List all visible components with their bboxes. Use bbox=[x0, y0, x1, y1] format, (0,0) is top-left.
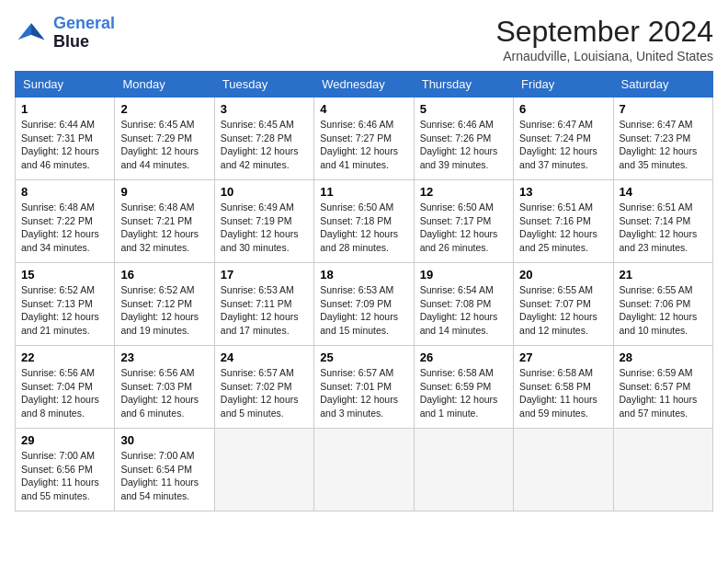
calendar-cell: 28Sunrise: 6:59 AM Sunset: 6:57 PM Dayli… bbox=[613, 346, 712, 429]
month-title: September 2024 bbox=[495, 15, 713, 49]
calendar-cell: 24Sunrise: 6:57 AM Sunset: 7:02 PM Dayli… bbox=[214, 346, 313, 429]
day-number: 25 bbox=[320, 350, 407, 364]
day-number: 3 bbox=[221, 102, 308, 116]
svg-marker-1 bbox=[31, 23, 44, 40]
day-number: 20 bbox=[519, 268, 607, 282]
weekday-header-friday: Friday bbox=[514, 72, 613, 98]
day-number: 13 bbox=[519, 185, 607, 199]
day-number: 5 bbox=[420, 102, 507, 116]
calendar-cell: 16Sunrise: 6:52 AM Sunset: 7:12 PM Dayli… bbox=[115, 263, 214, 346]
day-info: Sunrise: 6:49 AM Sunset: 7:19 PM Dayligh… bbox=[221, 201, 308, 255]
calendar-cell: 15Sunrise: 6:52 AM Sunset: 7:13 PM Dayli… bbox=[16, 263, 115, 346]
day-number: 2 bbox=[120, 102, 208, 116]
day-info: Sunrise: 6:56 AM Sunset: 7:03 PM Dayligh… bbox=[120, 366, 208, 420]
day-info: Sunrise: 6:52 AM Sunset: 7:12 PM Dayligh… bbox=[120, 283, 208, 338]
weekday-header-wednesday: Wednesday bbox=[314, 72, 414, 98]
calendar-cell: 22Sunrise: 6:56 AM Sunset: 7:04 PM Dayli… bbox=[16, 346, 115, 429]
day-number: 27 bbox=[519, 350, 607, 364]
day-number: 24 bbox=[221, 350, 308, 364]
day-number: 30 bbox=[120, 433, 208, 447]
calendar-cell bbox=[414, 429, 513, 511]
day-info: Sunrise: 6:57 AM Sunset: 7:01 PM Dayligh… bbox=[320, 366, 407, 420]
calendar-header: SundayMondayTuesdayWednesdayThursdayFrid… bbox=[16, 72, 713, 98]
day-info: Sunrise: 6:53 AM Sunset: 7:11 PM Dayligh… bbox=[221, 283, 308, 338]
calendar-cell: 4Sunrise: 6:46 AM Sunset: 7:27 PM Daylig… bbox=[314, 98, 414, 180]
day-info: Sunrise: 6:59 AM Sunset: 6:57 PM Dayligh… bbox=[620, 366, 707, 420]
calendar-cell: 26Sunrise: 6:58 AM Sunset: 6:59 PM Dayli… bbox=[414, 346, 513, 429]
calendar-cell bbox=[613, 429, 712, 511]
weekday-header-monday: Monday bbox=[115, 72, 214, 98]
logo-text: General Blue bbox=[53, 15, 115, 52]
day-number: 21 bbox=[620, 268, 707, 282]
day-number: 23 bbox=[120, 350, 208, 364]
calendar-week-2: 8Sunrise: 6:48 AM Sunset: 7:22 PM Daylig… bbox=[16, 180, 713, 263]
day-info: Sunrise: 6:45 AM Sunset: 7:29 PM Dayligh… bbox=[120, 118, 208, 172]
day-info: Sunrise: 6:47 AM Sunset: 7:23 PM Dayligh… bbox=[620, 118, 707, 172]
day-number: 28 bbox=[620, 350, 707, 364]
calendar-cell: 18Sunrise: 6:53 AM Sunset: 7:09 PM Dayli… bbox=[314, 263, 414, 346]
calendar-week-3: 15Sunrise: 6:52 AM Sunset: 7:13 PM Dayli… bbox=[16, 263, 713, 346]
calendar-cell: 6Sunrise: 6:47 AM Sunset: 7:24 PM Daylig… bbox=[514, 98, 613, 180]
calendar-cell: 21Sunrise: 6:55 AM Sunset: 7:06 PM Dayli… bbox=[613, 263, 712, 346]
day-number: 9 bbox=[120, 185, 208, 199]
calendar-cell: 30Sunrise: 7:00 AM Sunset: 6:54 PM Dayli… bbox=[115, 429, 214, 511]
day-number: 15 bbox=[21, 268, 108, 282]
day-number: 16 bbox=[120, 268, 208, 282]
day-info: Sunrise: 6:45 AM Sunset: 7:28 PM Dayligh… bbox=[221, 118, 308, 172]
day-info: Sunrise: 6:47 AM Sunset: 7:24 PM Dayligh… bbox=[519, 118, 607, 172]
calendar-cell: 9Sunrise: 6:48 AM Sunset: 7:21 PM Daylig… bbox=[115, 180, 214, 263]
day-info: Sunrise: 6:44 AM Sunset: 7:31 PM Dayligh… bbox=[21, 118, 108, 172]
calendar-cell: 11Sunrise: 6:50 AM Sunset: 7:18 PM Dayli… bbox=[314, 180, 414, 263]
day-number: 4 bbox=[320, 102, 407, 116]
day-number: 10 bbox=[221, 185, 308, 199]
calendar-table: SundayMondayTuesdayWednesdayThursdayFrid… bbox=[15, 71, 713, 511]
calendar-cell: 23Sunrise: 6:56 AM Sunset: 7:03 PM Dayli… bbox=[115, 346, 214, 429]
day-number: 29 bbox=[21, 433, 108, 447]
calendar-cell: 19Sunrise: 6:54 AM Sunset: 7:08 PM Dayli… bbox=[414, 263, 513, 346]
calendar-cell: 8Sunrise: 6:48 AM Sunset: 7:22 PM Daylig… bbox=[16, 180, 115, 263]
day-info: Sunrise: 6:46 AM Sunset: 7:27 PM Dayligh… bbox=[320, 118, 407, 172]
day-info: Sunrise: 6:51 AM Sunset: 7:16 PM Dayligh… bbox=[519, 201, 607, 255]
calendar-cell: 5Sunrise: 6:46 AM Sunset: 7:26 PM Daylig… bbox=[414, 98, 513, 180]
day-number: 14 bbox=[620, 185, 707, 199]
title-area: September 2024 Arnaudville, Louisiana, U… bbox=[495, 15, 713, 63]
calendar-cell: 17Sunrise: 6:53 AM Sunset: 7:11 PM Dayli… bbox=[214, 263, 313, 346]
weekday-header-sunday: Sunday bbox=[16, 72, 115, 98]
calendar-cell: 25Sunrise: 6:57 AM Sunset: 7:01 PM Dayli… bbox=[314, 346, 414, 429]
day-number: 11 bbox=[320, 185, 407, 199]
weekday-header-saturday: Saturday bbox=[613, 72, 712, 98]
day-info: Sunrise: 6:50 AM Sunset: 7:17 PM Dayligh… bbox=[420, 201, 507, 255]
day-number: 18 bbox=[320, 268, 407, 282]
day-info: Sunrise: 6:57 AM Sunset: 7:02 PM Dayligh… bbox=[221, 366, 308, 420]
page-header: General Blue September 2024 Arnaudville,… bbox=[15, 15, 713, 63]
day-info: Sunrise: 6:58 AM Sunset: 6:59 PM Dayligh… bbox=[420, 366, 507, 420]
day-info: Sunrise: 6:48 AM Sunset: 7:22 PM Dayligh… bbox=[21, 201, 108, 255]
calendar-cell: 20Sunrise: 6:55 AM Sunset: 7:07 PM Dayli… bbox=[514, 263, 613, 346]
location: Arnaudville, Louisiana, United States bbox=[495, 49, 713, 63]
day-number: 22 bbox=[21, 350, 108, 364]
calendar-week-1: 1Sunrise: 6:44 AM Sunset: 7:31 PM Daylig… bbox=[16, 98, 713, 180]
logo-icon bbox=[15, 17, 48, 50]
day-number: 7 bbox=[620, 102, 707, 116]
day-number: 26 bbox=[420, 350, 507, 364]
day-info: Sunrise: 7:00 AM Sunset: 6:54 PM Dayligh… bbox=[120, 449, 208, 503]
calendar-cell: 2Sunrise: 6:45 AM Sunset: 7:29 PM Daylig… bbox=[115, 98, 214, 180]
day-info: Sunrise: 6:53 AM Sunset: 7:09 PM Dayligh… bbox=[320, 283, 407, 338]
calendar-cell: 7Sunrise: 6:47 AM Sunset: 7:23 PM Daylig… bbox=[613, 98, 712, 180]
day-number: 19 bbox=[420, 268, 507, 282]
calendar-cell: 27Sunrise: 6:58 AM Sunset: 6:58 PM Dayli… bbox=[514, 346, 613, 429]
calendar-cell bbox=[214, 429, 313, 511]
calendar-cell: 29Sunrise: 7:00 AM Sunset: 6:56 PM Dayli… bbox=[16, 429, 115, 511]
day-info: Sunrise: 6:54 AM Sunset: 7:08 PM Dayligh… bbox=[420, 283, 507, 338]
day-number: 8 bbox=[21, 185, 108, 199]
day-info: Sunrise: 6:50 AM Sunset: 7:18 PM Dayligh… bbox=[320, 201, 407, 255]
calendar-cell: 3Sunrise: 6:45 AM Sunset: 7:28 PM Daylig… bbox=[214, 98, 313, 180]
calendar-cell: 10Sunrise: 6:49 AM Sunset: 7:19 PM Dayli… bbox=[214, 180, 313, 263]
weekday-header-tuesday: Tuesday bbox=[214, 72, 313, 98]
day-info: Sunrise: 6:55 AM Sunset: 7:07 PM Dayligh… bbox=[519, 283, 607, 338]
day-info: Sunrise: 6:58 AM Sunset: 6:58 PM Dayligh… bbox=[519, 366, 607, 420]
calendar-cell: 13Sunrise: 6:51 AM Sunset: 7:16 PM Dayli… bbox=[514, 180, 613, 263]
calendar-cell bbox=[314, 429, 414, 511]
calendar-week-5: 29Sunrise: 7:00 AM Sunset: 6:56 PM Dayli… bbox=[16, 429, 713, 511]
logo: General Blue bbox=[15, 15, 115, 52]
